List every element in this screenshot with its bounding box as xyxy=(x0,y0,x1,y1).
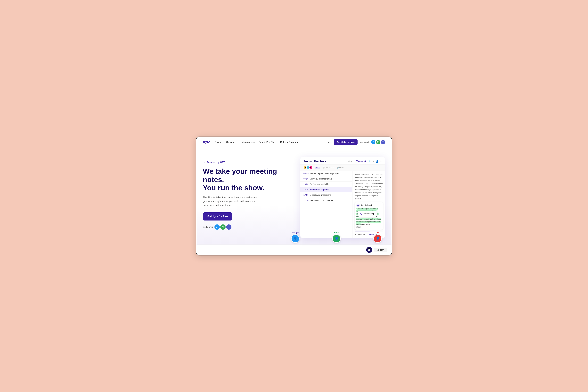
works-with-icons-nav: Z M T xyxy=(371,140,385,144)
transcript-row-4[interactable]: 17:56 Expects Jira integrations xyxy=(300,192,352,198)
avatar-group: A B C xyxy=(304,166,312,170)
card-duration: 🕐 44:47 xyxy=(336,166,344,169)
login-link[interactable]: Login xyxy=(326,141,331,144)
tab-transcript[interactable]: Transcript xyxy=(356,160,366,163)
screenshot-icon[interactable]: ⊞ xyxy=(372,160,374,163)
cta-hero-button[interactable]: Get tl;dv for free xyxy=(203,212,232,220)
works-with-nav: works with Z M T xyxy=(360,140,385,144)
timestamp-2: 10:30 xyxy=(304,183,310,186)
meet-icon-nav: M xyxy=(376,140,380,144)
search-icon[interactable]: 🔍 xyxy=(368,160,371,163)
download-icon[interactable]: ⬇ xyxy=(380,160,382,163)
floating-label-design: Design xyxy=(292,232,298,234)
chevron-icon: ▾ xyxy=(254,141,255,143)
card-body: 03:55 Feature request: other languages 0… xyxy=(300,171,385,238)
bottom-bar: 💬 English xyxy=(196,244,392,255)
transcript-row-1[interactable]: 07:20 Main tl;dv usecase for Alex xyxy=(300,176,352,182)
card-tabs-icons: Video Transcript 🔍 ⊞ 👤 ⬇ xyxy=(348,160,382,163)
logo[interactable]: tl;dv xyxy=(203,140,210,144)
card-tabs: Video Transcript xyxy=(348,160,366,163)
browser-window: tl;dv Roles ▾ Usecases ▾ Integrations ▾ … xyxy=(196,136,392,256)
hero-left: ✦ Powered by GPT We take your meeting no… xyxy=(203,157,281,230)
share-clip-popup[interactable]: ⬡ Share a clip xyxy=(358,211,377,216)
nav-usecases[interactable]: Usecases ▾ xyxy=(226,141,238,144)
chevron-down-icon[interactable]: ▾ xyxy=(376,233,377,236)
nav-referral[interactable]: Referral Program xyxy=(280,141,298,144)
works-with-icons-hero: Z M T xyxy=(214,224,232,230)
card-date: 📅 23/12/2022 xyxy=(322,166,334,169)
card-icons: 🔍 ⊞ 👤 ⬇ xyxy=(368,160,382,163)
transcribing-icon: ⊡ xyxy=(355,233,356,236)
product-card: Product Feedback Video Transcript 🔍 ⊞ 👤 … xyxy=(300,157,385,238)
product-title: Product Feedback xyxy=(304,160,326,163)
transcript-list: 03:55 Feature request: other languages 0… xyxy=(300,171,352,238)
powered-badge: ✦ Powered by GPT xyxy=(203,160,281,164)
teams-icon-nav: T xyxy=(381,140,385,144)
nav-roles[interactable]: Roles ▾ xyxy=(215,141,222,144)
share-icon: ⬡ xyxy=(360,212,362,216)
nav-plans[interactable]: Free & Pro Plans xyxy=(259,141,276,144)
hero-section: ✦ Powered by GPT We take your meeting no… xyxy=(196,147,392,244)
zoom-icon-nav: Z xyxy=(371,140,375,144)
comment-user: SJ Sophie Jacob xyxy=(356,204,381,207)
works-with-hero: works with Z M T xyxy=(203,224,281,230)
transcript-row-3[interactable]: 14:15 Reasons to upgrade xyxy=(300,187,352,192)
transcript-label-1: Main tl;dv usecase for Alex xyxy=(310,178,349,180)
timestamp-1: 07:20 xyxy=(304,178,310,180)
transcript-label-5: Feedbacks on workspaces xyxy=(310,199,349,202)
chat-bubble-button[interactable]: 💬 xyxy=(366,247,372,253)
clock-icon: 🕐 xyxy=(336,166,339,169)
progress-bar-fill xyxy=(355,231,370,232)
cta-nav-button[interactable]: Get tl;dv for free xyxy=(334,139,358,145)
hero-subtitle: The AI note taker that transcribes, summ… xyxy=(203,195,268,207)
progress-bar xyxy=(355,231,383,232)
transcribing-bar: ⊡ Transcribing: English ▾ xyxy=(355,232,383,236)
timestamp-3: 14:15 xyxy=(304,188,310,191)
english-label[interactable]: English xyxy=(374,248,387,252)
nav-integrations[interactable]: Integrations ▾ xyxy=(242,141,255,144)
powered-text: Powered by GPT xyxy=(206,161,225,164)
comment-bubble: SJ Sophie Jacob A Notion integration wou… xyxy=(355,202,383,230)
person-icon[interactable]: 👤 xyxy=(376,160,378,163)
transcript-row-5[interactable]: 21:10 Feedbacks on workspaces xyxy=(300,198,352,203)
calendar-icon: 📅 xyxy=(322,166,325,169)
nav-right: Login Get tl;dv for free works with Z M … xyxy=(326,139,385,145)
meet-icon-hero: M xyxy=(220,224,226,230)
nav-links: Roles ▾ Usecases ▾ Integrations ▾ Free &… xyxy=(215,141,320,144)
transcript-right-text: Alright, okay, perfect. And then you men… xyxy=(355,173,383,200)
avatar-3: C xyxy=(309,166,312,170)
floating-avatar-img-design: 👤 xyxy=(291,234,300,243)
hero-right: Product Feedback Video Transcript 🔍 ⊞ 👤 … xyxy=(288,157,385,238)
card-meta: A B C PRO 📅 23/12/2022 🕐 44:47 xyxy=(300,164,385,171)
product-card-titlerow: Product Feedback Video Transcript 🔍 ⊞ 👤 … xyxy=(304,160,382,163)
teams-icon-hero: T xyxy=(226,224,232,230)
floating-avatar-design: Design 👤 xyxy=(291,232,300,243)
transcript-label-4: Expects Jira integrations xyxy=(310,194,349,196)
navbar: tl;dv Roles ▾ Usecases ▾ Integrations ▾ … xyxy=(196,137,392,147)
product-card-header: Product Feedback Video Transcript 🔍 ⊞ 👤 … xyxy=(300,157,385,163)
comment-user-avatar: SJ xyxy=(356,204,360,207)
chevron-icon: ▾ xyxy=(221,141,222,143)
transcript-label-2: Alex's recording habits xyxy=(310,183,349,186)
transcribing-lang: English xyxy=(368,233,375,236)
transcript-row-2[interactable]: 10:30 Alex's recording habits xyxy=(300,182,352,187)
timestamp-5: 21:10 xyxy=(304,199,310,202)
sparkle-icon: ✦ xyxy=(203,160,205,164)
transcript-right-panel: Alright, okay, perfect. And then you men… xyxy=(352,171,385,238)
timestamp-4: 17:56 xyxy=(304,194,310,196)
pro-badge: PRO xyxy=(315,166,320,169)
chevron-icon: ▾ xyxy=(237,141,238,143)
zoom-icon-hero: Z xyxy=(214,224,220,230)
transcript-label-3: Reasons to upgrade xyxy=(310,188,349,191)
transcript-row-0[interactable]: 03:55 Feature request: other languages xyxy=(300,171,352,176)
transcript-label-0: Feature request: other languages xyxy=(310,172,349,174)
tab-video[interactable]: Video xyxy=(348,160,354,163)
hero-title: We take your meeting notes. You run the … xyxy=(203,167,281,192)
timestamp-0: 03:55 xyxy=(304,172,310,174)
